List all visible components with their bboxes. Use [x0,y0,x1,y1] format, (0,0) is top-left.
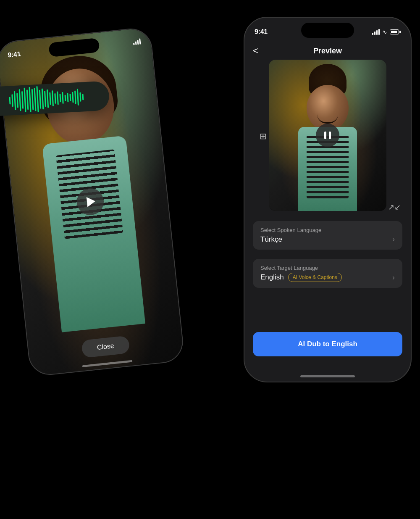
phone-right: 9:41 ∿ [244,17,412,382]
crop-icon[interactable]: ⊞ [260,131,267,141]
battery-icon [390,29,401,34]
wifi-icon: ∿ [382,29,387,35]
chevron-right-icon-1: › [392,235,395,244]
time-right: 9:41 [255,28,268,36]
ai-dub-button[interactable]: AI Dub to English [253,332,402,356]
target-language-selector[interactable]: Select Target Language English AI Voice … [253,259,402,288]
home-indicator-right [300,375,355,377]
phone-left: 9:41 Close [0,26,185,377]
status-icons-right: ∿ [372,29,401,35]
pause-button[interactable] [316,124,339,147]
target-language-label: Select Target Language [260,265,395,271]
chevron-right-icon-2: › [392,273,395,282]
ai-badge: AI Voice & Captions [288,273,342,282]
target-language-value-container: English AI Voice & Captions [260,273,342,282]
status-icons-left [133,38,141,45]
back-button[interactable]: < [253,45,258,56]
signal-icon-right [372,29,380,35]
time-left: 9:41 [8,50,21,59]
play-icon [87,196,96,207]
phone-right-screen: 9:41 ∿ [244,18,411,382]
nav-title: Preview [313,47,342,55]
dynamic-island-right [301,23,354,38]
target-language-row: English AI Voice & Captions › [260,273,395,282]
spoken-language-label: Select Spoken Language [260,227,395,233]
spoken-language-row: Türkçe › [260,235,395,244]
expand-icon[interactable]: ↗↙ [388,203,401,212]
spoken-language-value: Türkçe [260,235,282,244]
phone-left-screen: 9:41 Close [0,27,184,376]
scene: 9:41 Close [0,0,420,519]
nav-header: < Preview [244,40,411,61]
video-area[interactable] [269,60,386,211]
spoken-language-selector[interactable]: Select Spoken Language Türkçe › [253,221,402,250]
target-language-value: English [260,273,284,282]
signal-icon [133,38,141,45]
